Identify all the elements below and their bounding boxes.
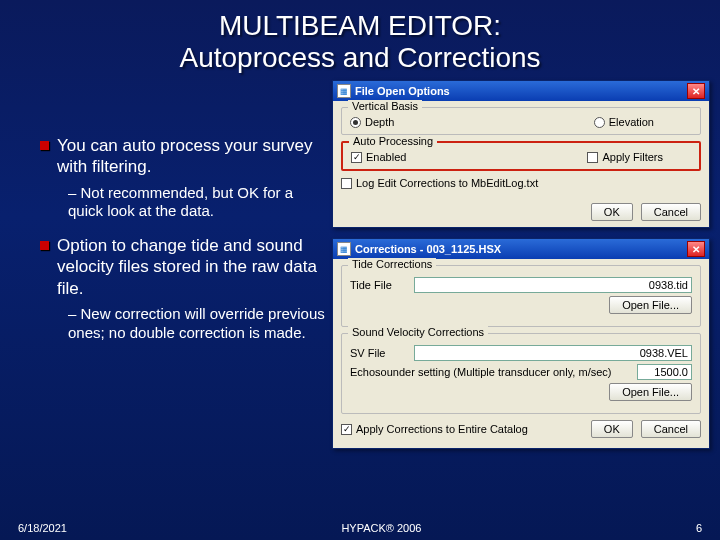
ok-button[interactable]: OK (591, 420, 633, 438)
bullet-icon (40, 141, 49, 150)
titlebar: ▦ File Open Options ✕ (333, 81, 709, 101)
title-line-1: MULTIBEAM EDITOR: (219, 10, 501, 41)
ok-button[interactable]: OK (591, 203, 633, 221)
depth-radio[interactable]: Depth (350, 116, 394, 128)
tide-corrections-group: Tide Corrections Tide File 0938.tid Open… (341, 265, 701, 327)
sv-file-label: SV File (350, 347, 408, 359)
app-icon: ▦ (337, 242, 351, 256)
apply-all-checkbox[interactable]: ✓Apply Corrections to Entire Catalog (341, 423, 528, 435)
group-label: Vertical Basis (348, 100, 422, 112)
cancel-button[interactable]: Cancel (641, 420, 701, 438)
cancel-button[interactable]: Cancel (641, 203, 701, 221)
close-icon[interactable]: ✕ (687, 241, 705, 257)
text-column: You can auto process your survey with fi… (10, 80, 332, 459)
title-line-2: Autoprocess and Corrections (179, 42, 540, 73)
corrections-window: ▦ Corrections - 003_1125.HSX ✕ Tide Corr… (332, 238, 710, 449)
open-sv-button[interactable]: Open File... (609, 383, 692, 401)
app-icon: ▦ (337, 84, 351, 98)
group-label: Auto Processing (349, 135, 437, 147)
sv-file-field[interactable]: 0938.VEL (414, 345, 692, 361)
auto-processing-group: Auto Processing ✓Enabled Apply Filters (341, 141, 701, 171)
window-title: Corrections - 003_1125.HSX (355, 243, 501, 255)
footer-center: HYPACK® 2006 (67, 522, 696, 534)
group-label: Sound Velocity Corrections (348, 326, 488, 338)
apply-filters-checkbox[interactable]: Apply Filters (587, 151, 663, 163)
enabled-checkbox[interactable]: ✓Enabled (351, 151, 406, 163)
tide-file-field[interactable]: 0938.tid (414, 277, 692, 293)
slide-footer: 6/18/2021 HYPACK® 2006 6 (0, 522, 720, 534)
slide-number: 6 (696, 522, 702, 534)
bullet-1-sub: Not recommended, but OK for a quick look… (68, 184, 326, 222)
footer-date: 6/18/2021 (18, 522, 67, 534)
bullet-2-sub: New correction will override previous on… (68, 305, 326, 343)
vertical-basis-group: Vertical Basis Depth Elevation (341, 107, 701, 135)
open-tide-button[interactable]: Open File... (609, 296, 692, 314)
window-title: File Open Options (355, 85, 450, 97)
titlebar: ▦ Corrections - 003_1125.HSX ✕ (333, 239, 709, 259)
elevation-radio[interactable]: Elevation (594, 116, 654, 128)
bullet-1: You can auto process your survey with fi… (57, 135, 326, 178)
tide-file-label: Tide File (350, 279, 408, 291)
file-open-options-window: ▦ File Open Options ✕ Vertical Basis Dep… (332, 80, 710, 228)
close-icon[interactable]: ✕ (687, 83, 705, 99)
echosounder-label: Echosounder setting (Multiple transducer… (350, 366, 631, 378)
log-edit-checkbox[interactable]: Log Edit Corrections to MbEditLog.txt (341, 177, 538, 189)
bullet-icon (40, 241, 49, 250)
sv-corrections-group: Sound Velocity Corrections SV File 0938.… (341, 333, 701, 414)
slide-title: MULTIBEAM EDITOR: Autoprocess and Correc… (0, 0, 720, 80)
echosounder-field[interactable]: 1500.0 (637, 364, 692, 380)
bullet-2: Option to change tide and sound velocity… (57, 235, 326, 299)
group-label: Tide Corrections (348, 258, 436, 270)
